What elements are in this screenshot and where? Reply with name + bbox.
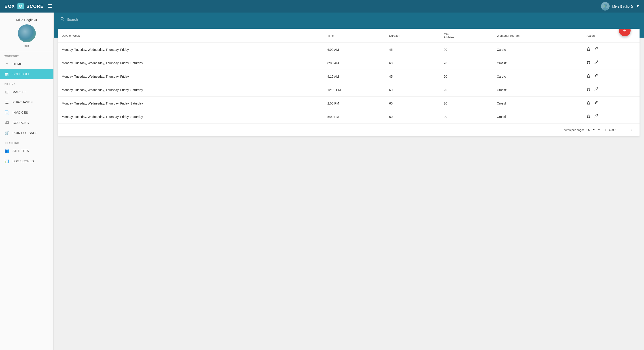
sidebar-username: Mike Baglio Jr (16, 18, 37, 22)
user-name-top: Mike Baglio Jr (612, 5, 633, 8)
edit-button-0[interactable] (594, 47, 598, 52)
schedule-icon: ▦ (4, 72, 10, 77)
cell-time-4: 2:00 PM (324, 97, 386, 110)
search-bar (60, 17, 239, 24)
col-header-days: Days of Week (58, 29, 324, 43)
edit-button-2[interactable] (594, 74, 598, 79)
avatar-top (601, 2, 610, 11)
svg-rect-14 (587, 61, 590, 62)
cell-action-1 (583, 56, 640, 70)
table-header: Days of WeekTimeDurationMax AthletesWork… (58, 29, 640, 43)
main-content: + Days of WeekTimeDurationMax AthletesWo… (54, 13, 644, 350)
col-header-duration: Duration (386, 29, 440, 43)
sidebar-item-invoices[interactable]: 📄INVOICES (0, 107, 54, 118)
sidebar-item-point-of-sale[interactable]: 🛒POINT OF SALE (0, 128, 54, 138)
cell-action-4 (583, 97, 640, 110)
cell-time-1: 8:00 AM (324, 56, 386, 70)
next-page-button[interactable]: › (629, 127, 635, 133)
delete-button-2[interactable] (586, 74, 590, 79)
svg-line-8 (63, 20, 64, 21)
schedule-table: Days of WeekTimeDurationMax AthletesWork… (58, 29, 640, 123)
chevron-down-icon: ▼ (636, 4, 640, 8)
delete-button-1[interactable] (586, 61, 590, 66)
edit-button-1[interactable] (594, 61, 598, 66)
schedule-table-card: Days of WeekTimeDurationMax AthletesWork… (58, 29, 640, 136)
cell-time-0: 6:00 AM (324, 43, 386, 56)
svg-rect-19 (587, 75, 590, 75)
sidebar-item-log-scores[interactable]: 📊LOG SCORES (0, 156, 54, 166)
col-header-maxAthletes: Max Athletes (440, 29, 493, 43)
cell-time-5: 5:00 PM (324, 110, 386, 124)
per-page-select[interactable]: 25 50 100 (586, 128, 596, 132)
page-nav: ‹ › (621, 127, 635, 133)
search-input[interactable] (67, 18, 156, 22)
hamburger-menu[interactable]: ☰ (46, 3, 54, 10)
sidebar-item-coupons[interactable]: 🏷COUPONS (0, 118, 54, 128)
invoices-icon: 📄 (4, 110, 10, 115)
logo-text-box: BOX (4, 4, 15, 9)
sidebar-item-purchases[interactable]: ☰PURCHASES (0, 97, 54, 107)
col-header-action: Action (583, 29, 640, 43)
sidebar-section-billing: BILLING (0, 79, 54, 87)
sidebar-item-market[interactable]: ⊞MARKET (0, 87, 54, 97)
svg-rect-20 (588, 74, 589, 75)
cell-maxAthletes-2: 20 (440, 70, 493, 83)
cell-workoutProgram-5: Crossfit (493, 110, 583, 124)
sidebar-item-label-invoices: INVOICES (12, 111, 28, 114)
cell-workoutProgram-2: Cardio (493, 70, 583, 83)
sidebar-item-label-athletes: ATHLETES (12, 149, 29, 153)
svg-rect-35 (588, 115, 589, 115)
cell-action-3 (583, 83, 640, 97)
delete-button-3[interactable] (586, 87, 590, 92)
sidebar-item-athletes[interactable]: 👥ATHLETES (0, 146, 54, 156)
coupons-icon: 🏷 (4, 120, 10, 125)
table-row: Monday, Tuesday, Wednesday, Thursday, Fr… (58, 70, 640, 83)
sidebar-item-schedule[interactable]: ▦SCHEDULE (0, 69, 54, 79)
top-nav: BOX SCORE ☰ Mike Baglio Jr ▼ (0, 0, 644, 13)
cell-action-2 (583, 70, 640, 83)
delete-button-5[interactable] (586, 114, 590, 119)
cell-action-5 (583, 110, 640, 124)
dropdown-icon: ▼ (598, 128, 600, 131)
svg-rect-25 (588, 88, 589, 88)
content-area: + Days of WeekTimeDurationMax AthletesWo… (54, 29, 644, 350)
edit-button-5[interactable] (594, 114, 598, 119)
table-row: Monday, Tuesday, Wednesday, Thursday, Fr… (58, 43, 640, 56)
user-menu[interactable]: Mike Baglio Jr ▼ (601, 2, 640, 11)
logo-icon (18, 3, 24, 10)
cell-maxAthletes-4: 20 (440, 97, 493, 110)
cell-workoutProgram-1: Crossfit (493, 56, 583, 70)
svg-rect-10 (588, 48, 589, 48)
delete-button-4[interactable] (586, 101, 590, 106)
cell-maxAthletes-5: 20 (440, 110, 493, 124)
cell-days-4: Monday, Tuesday, Wednesday, Thursday, Fr… (58, 97, 324, 110)
svg-rect-29 (587, 102, 590, 102)
svg-rect-34 (587, 115, 590, 116)
cell-days-3: Monday, Tuesday, Wednesday, Thursday, Fr… (58, 83, 324, 97)
sidebar-item-label-log-scores: LOG SCORES (12, 159, 34, 163)
edit-button-4[interactable] (594, 101, 598, 106)
table-row: Monday, Tuesday, Wednesday, Thursday, Fr… (58, 83, 640, 97)
sidebar-sections: WORKOUT⌂HOME▦SCHEDULEBILLING⊞MARKET☰PURC… (0, 51, 54, 166)
prev-page-button[interactable]: ‹ (621, 127, 627, 133)
svg-rect-15 (588, 61, 589, 61)
sidebar-item-label-purchases: PURCHASES (12, 101, 33, 104)
edit-label[interactable]: edit (24, 44, 29, 48)
table-row: Monday, Tuesday, Wednesday, Thursday, Fr… (58, 97, 640, 110)
point-of-sale-icon: 🛒 (4, 130, 10, 135)
items-per-page-label: Items per page: (564, 128, 584, 132)
cell-duration-2: 45 (386, 70, 440, 83)
logo-text-score: SCORE (26, 4, 44, 9)
svg-rect-30 (588, 101, 589, 102)
cell-duration-3: 60 (386, 83, 440, 97)
edit-button-3[interactable] (594, 87, 598, 92)
sidebar-section-workout: WORKOUT (0, 51, 54, 59)
cell-duration-4: 60 (386, 97, 440, 110)
cell-days-0: Monday, Tuesday, Wednesday, Thursday, Fr… (58, 43, 324, 56)
svg-rect-24 (587, 88, 590, 89)
delete-button-0[interactable] (586, 47, 590, 52)
search-icon (60, 17, 64, 22)
cell-duration-5: 60 (386, 110, 440, 124)
cell-workoutProgram-4: Crossfit (493, 97, 583, 110)
sidebar-item-home[interactable]: ⌂HOME (0, 59, 54, 69)
